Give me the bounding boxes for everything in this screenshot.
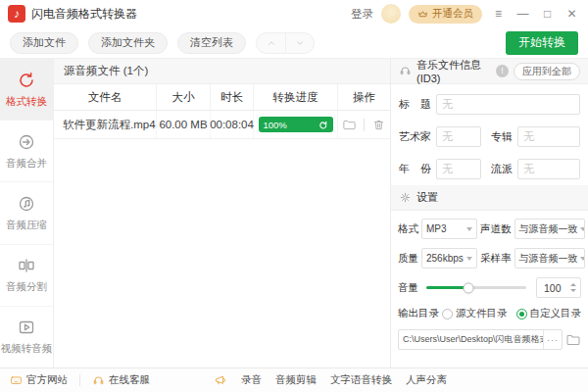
right-panel: 音乐文件信息 (ID3) ! 应用到全部 标 题 无 艺术家 无 专辑 无 年 …: [390, 59, 588, 368]
move-down-button[interactable]: [285, 33, 314, 53]
table-row[interactable]: 软件更新流程.mp4 60.00 MB 00:08:04 100%: [54, 111, 390, 139]
video-play-icon: [17, 318, 36, 337]
samplerate-label: 采样率: [480, 252, 512, 266]
album-field-input[interactable]: 无: [517, 126, 580, 147]
titlebar: ♪ 闪电音频格式转换器 登录 开通会员 ≡ — □ ✕: [0, 0, 588, 27]
info-icon[interactable]: !: [496, 65, 509, 77]
crown-icon: [417, 9, 428, 20]
convert-refresh-icon: [17, 71, 36, 90]
menu-icon[interactable]: ≡: [490, 0, 507, 27]
trash-icon[interactable]: [371, 118, 386, 132]
progress-percent: 100%: [264, 120, 287, 130]
id3-panel-header: 音乐文件信息 (ID3) ! 应用到全部: [391, 59, 588, 84]
app-window: ♪ 闪电音频格式转换器 登录 开通会员 ≡ — □ ✕ 添加文件 添加文件夹 清…: [0, 0, 588, 392]
settings-panel-header: 设置: [391, 185, 588, 211]
volume-label: 音量: [398, 281, 418, 295]
add-folder-button[interactable]: 添加文件夹: [88, 32, 168, 54]
split-icon: [17, 256, 36, 275]
output-source-radio[interactable]: 源文件目录: [442, 307, 508, 320]
toolbar: 添加文件 添加文件夹 清空列表 开始转换: [0, 27, 588, 59]
headset-icon: [92, 374, 105, 387]
format-select[interactable]: MP3: [421, 219, 477, 239]
merge-icon: [17, 132, 36, 152]
table-header: 文件名 大小 时长 转换进度 操作: [54, 84, 390, 111]
dropdown-arrow-icon: [466, 227, 472, 231]
progress-bar: 100%: [259, 117, 333, 132]
file-list-panel: 源音频文件 (1个) 文件名 大小 时长 转换进度 操作 软件更新流程.mp4 …: [54, 59, 390, 368]
samplerate-select[interactable]: 与源音频一致: [514, 248, 585, 269]
radio-unchecked-icon: [442, 309, 453, 319]
settings-panel-title: 设置: [416, 190, 438, 205]
cell-operations: [338, 111, 390, 138]
dropdown-arrow-icon: [580, 227, 585, 231]
sidebar: 格式转换 音频合并 音频压缩 音频分割 视频转音频: [0, 59, 54, 368]
title-field-input[interactable]: 无: [436, 94, 580, 115]
column-duration: 时长: [211, 84, 254, 110]
id3-panel-title: 音乐文件信息 (ID3): [416, 58, 491, 84]
output-path-input[interactable]: C:\Users\User\Desktop\闪电音频格式转 ···: [398, 329, 563, 350]
year-field-label: 年 份: [399, 162, 431, 176]
refresh-icon[interactable]: [318, 120, 328, 130]
quality-label: 质量: [398, 252, 418, 266]
app-logo-music-note-icon: ♪: [8, 5, 25, 23]
monitor-icon: [10, 374, 23, 387]
quality-select[interactable]: 256kbps: [421, 248, 477, 269]
official-website-link[interactable]: 官方网站: [10, 373, 68, 387]
app-title: 闪电音频格式转换器: [31, 6, 137, 23]
stepper-icon[interactable]: [570, 283, 576, 292]
apply-to-all-button[interactable]: 应用到全部: [514, 63, 580, 80]
megaphone-icon: [214, 373, 227, 387]
format-label: 格式: [398, 222, 418, 236]
divider: [79, 374, 80, 386]
headphone-icon: [399, 65, 412, 77]
text-to-speech-link[interactable]: 文字语音转换: [330, 373, 392, 387]
login-link[interactable]: 登录: [351, 7, 373, 22]
sidebar-item-video-to-audio[interactable]: 视频转音频: [0, 307, 53, 368]
volume-input[interactable]: 100: [536, 277, 581, 298]
online-service-link[interactable]: 在线客服: [92, 373, 150, 387]
audio-edit-link[interactable]: 音频剪辑: [275, 373, 317, 387]
browse-ellipsis-button[interactable]: ···: [543, 330, 562, 349]
column-operations: 操作: [338, 84, 390, 110]
year-field-input[interactable]: 无: [436, 159, 481, 179]
title-field-label: 标 题: [399, 97, 431, 112]
radio-checked-icon: [516, 309, 527, 319]
album-field-label: 专辑: [491, 129, 513, 144]
vip-upgrade-button[interactable]: 开通会员: [409, 5, 482, 24]
dropdown-arrow-icon: [580, 257, 585, 261]
open-output-folder-button[interactable]: [565, 332, 581, 348]
close-button[interactable]: ✕: [564, 0, 580, 27]
id3-fields: 标 题 无 艺术家 无 专辑 无 年 份 无 流派 无: [391, 84, 588, 185]
avatar[interactable]: [381, 4, 401, 24]
start-convert-button[interactable]: 开始转换: [506, 31, 578, 55]
artist-field-input[interactable]: 无: [436, 126, 481, 147]
add-file-button[interactable]: 添加文件: [10, 32, 78, 54]
clear-list-button[interactable]: 清空列表: [177, 32, 246, 54]
cell-progress: 100%: [254, 111, 338, 138]
cell-duration: 00:08:04: [211, 111, 254, 138]
vocal-separation-link[interactable]: 人声分离: [406, 373, 447, 387]
channels-select[interactable]: 与源音频一致: [514, 219, 585, 239]
move-up-button[interactable]: [257, 33, 285, 53]
sidebar-item-audio-split[interactable]: 音频分割: [0, 245, 53, 307]
output-custom-radio[interactable]: 自定义目录: [516, 307, 582, 320]
settings-rows: 格式 MP3 声道数 与源音频一致 质量 256kbps 采样率 与源音频一致 …: [391, 211, 588, 368]
column-progress: 转换进度: [254, 84, 338, 110]
open-folder-icon[interactable]: [342, 118, 357, 132]
minimize-button[interactable]: —: [514, 0, 531, 27]
genre-field-input[interactable]: 无: [517, 159, 580, 179]
volume-slider[interactable]: [426, 286, 526, 289]
cell-size: 60.00 MB: [157, 111, 211, 138]
chevron-up-icon: [266, 37, 277, 49]
sidebar-item-audio-compress[interactable]: 音频压缩: [0, 182, 53, 244]
footer: 官方网站 在线客服 录音 音频剪辑 文字语音转换 人声分离: [0, 368, 588, 392]
genre-field-label: 流派: [491, 162, 513, 176]
dropdown-arrow-icon: [466, 257, 472, 261]
sidebar-item-format-convert[interactable]: 格式转换: [0, 59, 53, 121]
sidebar-item-audio-merge[interactable]: 音频合并: [0, 121, 53, 182]
footer-tools: 录音 音频剪辑 文字语音转换 人声分离: [214, 368, 447, 392]
record-link[interactable]: 录音: [241, 373, 262, 387]
gear-icon: [399, 191, 412, 204]
maximize-button[interactable]: □: [539, 0, 556, 27]
slider-thumb[interactable]: [463, 282, 473, 293]
